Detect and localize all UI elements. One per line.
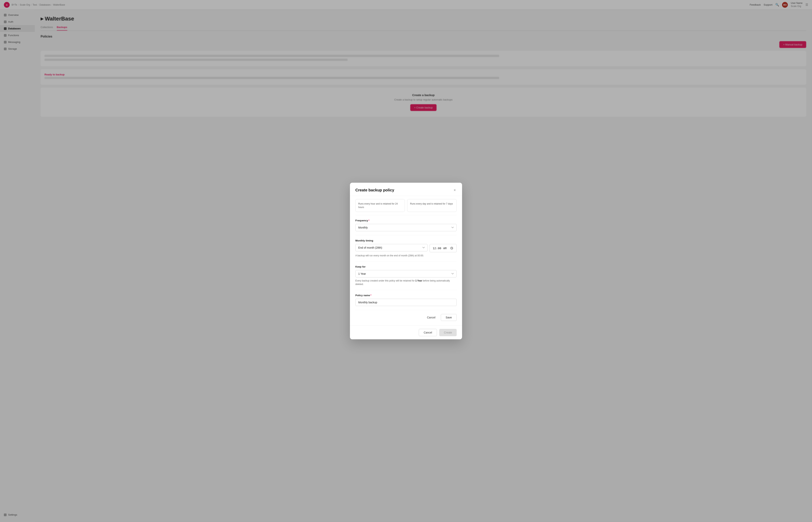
inner-cancel-button[interactable]: Cancel xyxy=(424,314,439,321)
preset-cards-row: Runs every hour and is retained for 24 h… xyxy=(356,196,456,215)
modal-footer: Cancel Create xyxy=(350,326,462,339)
frequency-section: Frequency* Hourly Daily Weekly Monthly xyxy=(356,215,456,235)
keep-for-select[interactable]: 1 Day 7 Days 30 Days 3 Months 6 Months 1… xyxy=(356,270,456,277)
timing-helper-text: A backup will run every month on the end… xyxy=(356,254,456,257)
retention-bold: 1 Year xyxy=(415,279,422,282)
keep-for-section: Keep for 1 Day 7 Days 30 Days 3 Months 6… xyxy=(356,261,456,290)
modal-overlay: Create backup policy × Runs every hour a… xyxy=(0,0,812,522)
modal-header: Create backup policy × xyxy=(350,183,462,196)
outer-create-button: Create xyxy=(439,329,456,336)
preset-card-hourly-text: Runs every hour and is retained for 24 h… xyxy=(358,202,402,209)
inner-footer: Cancel Save xyxy=(356,310,456,326)
preset-card-hourly[interactable]: Runs every hour and is retained for 24 h… xyxy=(356,199,405,212)
retention-helper-text: Every backup created under this policy w… xyxy=(356,279,456,286)
preset-card-daily-text: Runs every day and is retained for 7 day… xyxy=(410,202,454,205)
preset-card-daily[interactable]: Runs every day and is retained for 7 day… xyxy=(407,199,456,212)
inner-save-button[interactable]: Save xyxy=(441,314,456,321)
frequency-label: Frequency* xyxy=(356,219,456,222)
modal-title: Create backup policy xyxy=(356,188,394,193)
modal-body: Runs every hour and is retained for 24 h… xyxy=(350,196,462,326)
policy-name-section: Policy name* xyxy=(356,290,456,310)
policy-name-label: Policy name* xyxy=(356,294,456,297)
timing-row: End of month (28th) Beginning of month (… xyxy=(356,244,456,252)
policy-name-input[interactable] xyxy=(356,299,456,306)
close-button[interactable]: × xyxy=(453,187,456,193)
timing-time-input[interactable] xyxy=(430,244,456,252)
timing-day-select[interactable]: End of month (28th) Beginning of month (… xyxy=(356,244,428,251)
keep-for-label: Keep for xyxy=(356,265,456,268)
outer-cancel-button[interactable]: Cancel xyxy=(419,329,437,336)
monthly-timing-label: Monthly timing xyxy=(356,239,456,242)
frequency-select[interactable]: Hourly Daily Weekly Monthly xyxy=(356,224,456,231)
monthly-timing-section: Monthly timing End of month (28th) Begin… xyxy=(356,235,456,261)
create-backup-modal: Create backup policy × Runs every hour a… xyxy=(350,183,462,339)
